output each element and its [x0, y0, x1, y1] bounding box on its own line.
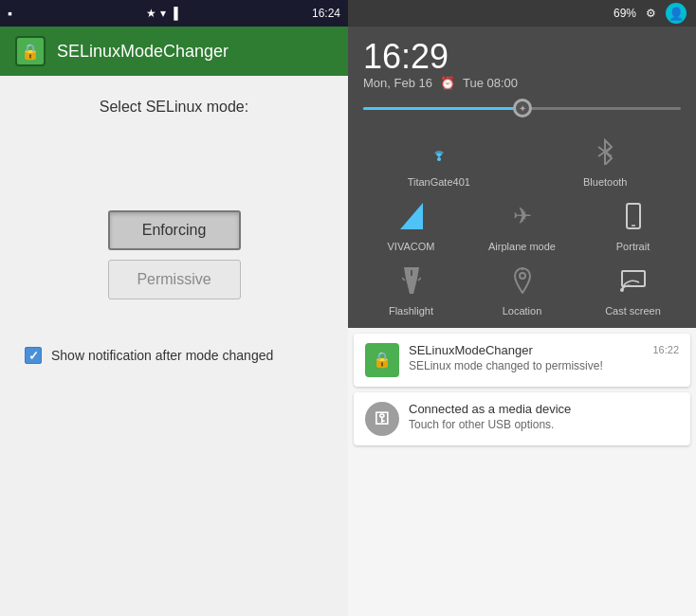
selinux-notif-body: SELinux mode changed to permissive! — [409, 359, 679, 372]
permissive-button[interactable]: Permissive — [108, 260, 241, 299]
clock-display: 16:24 — [312, 7, 340, 20]
time-section: 16:29 Mon, Feb 16 ⏰ Tue 08:00 — [348, 27, 696, 98]
svg-point-11 — [520, 273, 525, 279]
location-tile[interactable]: Location — [480, 260, 565, 317]
usb-notif-title: Connected as a media device — [409, 402, 571, 416]
selinux-notif-text: SELinuxModeChanger 16:22 SELinux mode ch… — [409, 343, 679, 372]
quick-tiles: TitanGate401 Bluetooth — [348, 119, 696, 328]
bluetooth-tile[interactable]: Bluetooth — [562, 131, 648, 188]
user-avatar-icon[interactable]: 👤 — [666, 3, 687, 24]
settings-icon[interactable]: ⚙ — [646, 7, 656, 20]
airplane-tile[interactable]: ✈ Airplane mode — [480, 195, 565, 252]
select-selinux-label: Select SELinux mode: — [100, 99, 248, 115]
right-content: 16:29 Mon, Feb 16 ⏰ Tue 08:00 ✦ — [348, 27, 696, 616]
svg-marker-6 — [406, 279, 417, 294]
right-panel: 69% ⚙ 👤 16:29 Mon, Feb 16 ⏰ Tue 08:00 ✦ — [348, 0, 696, 616]
portrait-tile[interactable]: Portrait — [591, 195, 676, 252]
location-tile-icon — [502, 260, 543, 301]
alarm-time: Tue 08:00 — [463, 76, 518, 90]
battery-level: 69% — [614, 7, 636, 20]
cast-tile-label: Cast screen — [605, 305, 661, 317]
app-title: SELinuxModeChanger — [57, 42, 229, 62]
usb-notif-text: Connected as a media device Touch for ot… — [409, 402, 679, 431]
selinux-notif-time: 16:22 — [652, 344, 679, 355]
notifications-area: 🔒 SELinuxModeChanger 16:22 SELinux mode … — [348, 328, 696, 616]
app-notification-icon: ▪ — [8, 6, 12, 21]
svg-rect-4 — [627, 204, 640, 228]
flashlight-tile-label: Flashlight — [389, 305, 433, 317]
svg-marker-3 — [400, 203, 423, 229]
airplane-tile-label: Airplane mode — [488, 241, 556, 252]
app-icon-letter: 🔒 — [21, 43, 40, 61]
star-icon: ★ — [146, 7, 156, 20]
svg-point-14 — [620, 288, 624, 292]
bluetooth-tile-icon — [584, 131, 626, 172]
status-bar-icons: ▪ — [8, 6, 12, 21]
notification-checkbox[interactable]: ✓ — [25, 347, 42, 364]
tiles-row-1: TitanGate401 Bluetooth — [348, 127, 696, 191]
selinux-title-row: SELinuxModeChanger 16:22 — [409, 343, 679, 357]
usb-notif-body: Touch for other USB options. — [409, 418, 679, 431]
wifi-status-icon: ▾ — [160, 7, 166, 20]
usb-notification-inner: ⚿ Connected as a media device Touch for … — [354, 392, 690, 445]
status-icons-center: ★ ▾ ▐ — [146, 7, 178, 20]
cast-tile-icon — [613, 260, 654, 301]
current-time: 16:29 — [363, 38, 681, 76]
status-bar-left: ▪ ★ ▾ ▐ 16:24 — [0, 0, 348, 27]
svg-point-0 — [437, 157, 441, 161]
selinux-icon-symbol: 🔒 — [373, 351, 392, 369]
status-bar-time: 16:24 — [312, 7, 340, 20]
notification-checkbox-row[interactable]: ✓ Show notification after mode changed — [15, 347, 333, 364]
usb-notif-icon: ⚿ — [365, 402, 399, 436]
flashlight-tile[interactable]: Flashlight — [369, 260, 454, 317]
cast-tile[interactable]: Cast screen — [591, 260, 676, 317]
svg-line-10 — [418, 278, 421, 281]
brightness-thumb[interactable]: ✦ — [513, 99, 532, 118]
selinux-notif-icon: 🔒 — [365, 343, 399, 377]
tiles-row-2: VIVACOM ✈ Airplane mode Portrait — [348, 191, 696, 256]
bluetooth-tile-label: Bluetooth — [583, 176, 627, 188]
airplane-tile-icon: ✈ — [502, 195, 543, 237]
current-date: Mon, Feb 16 — [363, 76, 432, 90]
date-row: Mon, Feb 16 ⏰ Tue 08:00 — [363, 76, 681, 90]
usb-icon-symbol: ⚿ — [375, 410, 390, 427]
portrait-tile-label: Portrait — [616, 241, 650, 252]
checkbox-label: Show notification after mode changed — [51, 348, 273, 363]
signal-tile-label: VIVACOM — [388, 241, 435, 252]
signal-tile[interactable]: VIVACOM — [369, 195, 454, 252]
selinux-notification-inner: 🔒 SELinuxModeChanger 16:22 SELinux mode … — [354, 334, 690, 387]
signal-tile-icon — [391, 195, 432, 237]
wifi-tile-icon — [418, 131, 460, 172]
location-tile-label: Location — [503, 305, 542, 317]
right-status-bar: 69% ⚙ 👤 — [348, 0, 696, 27]
enforcing-button[interactable]: Enforcing — [108, 210, 241, 250]
svg-line-9 — [402, 278, 405, 281]
app-icon: 🔒 — [15, 36, 46, 66]
select-label-container: Select SELinux mode: — [15, 99, 333, 116]
left-content: Select SELinux mode: Enforcing Permissiv… — [0, 76, 348, 616]
wifi-tile[interactable]: TitanGate401 — [396, 131, 482, 188]
usb-title-row: Connected as a media device — [409, 402, 679, 416]
selinux-notification[interactable]: 🔒 SELinuxModeChanger 16:22 SELinux mode … — [354, 334, 690, 387]
brightness-control[interactable]: ✦ — [348, 98, 696, 119]
brightness-track[interactable]: ✦ — [363, 107, 681, 110]
brightness-sun-icon: ✦ — [519, 103, 526, 114]
left-panel: ▪ ★ ▾ ▐ 16:24 🔒 SELinuxModeChanger Selec… — [0, 0, 348, 616]
tiles-row-3: Flashlight Location — [348, 256, 696, 320]
selinux-notif-title: SELinuxModeChanger — [409, 343, 533, 357]
portrait-tile-icon — [613, 195, 654, 237]
wifi-tile-label: TitanGate401 — [408, 176, 470, 188]
checkmark-icon: ✓ — [28, 349, 39, 363]
flashlight-tile-icon — [391, 260, 432, 301]
brightness-fill — [363, 107, 522, 110]
mode-buttons: Enforcing Permissive — [15, 210, 333, 299]
signal-status-icon: ▐ — [170, 7, 178, 20]
app-header: 🔒 SELinuxModeChanger — [0, 27, 348, 76]
usb-notification[interactable]: ⚿ Connected as a media device Touch for … — [354, 392, 690, 445]
alarm-icon: ⏰ — [440, 76, 455, 90]
